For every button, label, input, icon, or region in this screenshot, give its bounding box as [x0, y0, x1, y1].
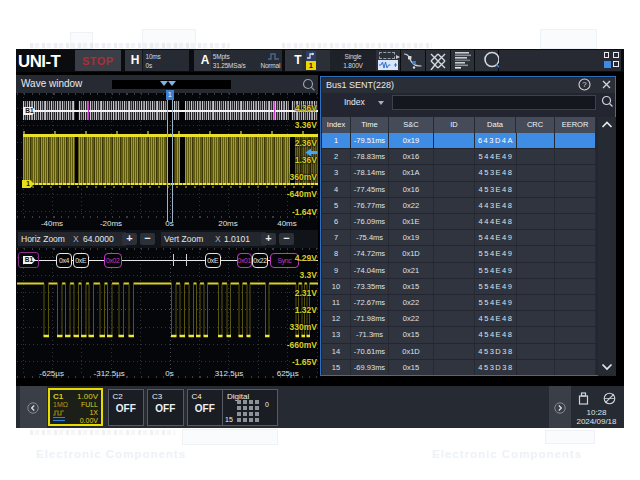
svg-text:?: ? — [582, 80, 587, 89]
